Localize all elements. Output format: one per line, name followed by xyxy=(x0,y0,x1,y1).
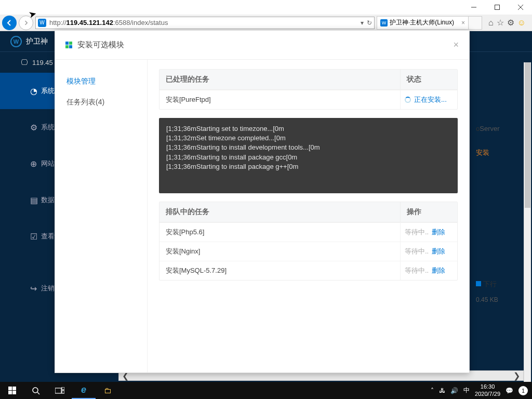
start-button[interactable] xyxy=(0,382,24,399)
dashboard-icon: ◔ xyxy=(30,86,37,96)
folder-icon: 🗀 xyxy=(104,386,112,395)
console-line: [1;31;36mStarting to install development… xyxy=(166,143,450,152)
svg-line-9 xyxy=(37,392,39,394)
svg-point-8 xyxy=(33,388,38,393)
nav-forward-button[interactable] xyxy=(19,16,33,30)
ime-indicator[interactable]: 中 xyxy=(463,386,470,395)
console-line: [1;31;36mStarting set to timezone...[0m xyxy=(166,124,450,134)
home-icon[interactable]: ⌂ xyxy=(488,18,494,28)
install-modules-modal: 安装可选模块 × 模块管理 任务列表(4) 已处理的任务 状态 安装[PureF… xyxy=(55,30,470,373)
monitor-icon: 🖵 xyxy=(21,58,28,66)
sidebar-item-system[interactable]: ◔系统 xyxy=(0,73,57,109)
svg-rect-10 xyxy=(55,388,61,393)
tab-favicon: W xyxy=(380,19,388,26)
queued-h2: 操作 xyxy=(400,202,457,222)
modal-title: 安装可选模块 xyxy=(65,40,124,50)
svg-rect-5 xyxy=(12,387,16,390)
tab-close-button[interactable]: × xyxy=(461,19,465,26)
tab-title: 护卫神·主机大师(Linux) xyxy=(390,18,454,27)
site-icon: W xyxy=(38,19,46,27)
processed-tasks-block: 已处理的任务 状态 安装[PureFtpd] 正在安装... xyxy=(159,69,458,110)
task-name: 安装[Php5.6] xyxy=(159,223,400,242)
page-scrollbar[interactable] xyxy=(524,62,531,399)
task-ops: 等待中.. 删除 xyxy=(400,261,457,280)
gear-icon: ⚙ xyxy=(30,123,37,132)
volume-icon[interactable]: 🔊 xyxy=(450,387,458,394)
modal-sidebar: 模块管理 任务列表(4) xyxy=(55,60,148,373)
svg-rect-7 xyxy=(12,391,16,394)
sidebar-item-logout[interactable]: ↪注销 xyxy=(0,270,57,307)
processed-h1: 已处理的任务 xyxy=(159,70,400,89)
network-icon[interactable]: 🖧 xyxy=(439,387,445,394)
address-bar[interactable]: W http://119.45.121.142:6588/index/statu… xyxy=(35,17,375,29)
system-tray: ˄ 🖧 🔊 中 16:30 2020/7/29 💬 1 xyxy=(431,383,532,397)
clock[interactable]: 16:30 2020/7/29 xyxy=(475,383,500,397)
browser-right-icons: ⌂ ☆ ⚙ ☺ xyxy=(484,18,530,28)
modal-body: 模块管理 任务列表(4) 已处理的任务 状态 安装[PureFtpd] 正在安装… xyxy=(55,60,469,373)
scroll-right-icon[interactable]: ❯ xyxy=(510,371,523,381)
install-label[interactable]: 安装 xyxy=(476,148,523,157)
ie-icon: e xyxy=(81,384,86,395)
taskbar-ie-button[interactable]: e xyxy=(72,382,96,399)
tray-up-icon[interactable]: ˄ xyxy=(431,387,434,394)
favorites-icon[interactable]: ☆ xyxy=(497,18,504,28)
task-name: 安装[MySQL-5.7.29] xyxy=(159,261,400,280)
svg-rect-4 xyxy=(8,387,12,390)
sidebar-item-sys2[interactable]: ⚙系统 xyxy=(0,109,57,145)
net-label: 下行 xyxy=(476,280,523,289)
queued-row: 安装[MySQL-5.7.29] 等待中.. 删除 xyxy=(159,261,457,280)
search-button[interactable] xyxy=(24,382,48,399)
bg-right-panel: oServer 安装 下行 0.45 KB xyxy=(476,125,523,303)
sidebar-item-view[interactable]: ☑查看 xyxy=(0,218,57,255)
taskview-button[interactable] xyxy=(48,382,72,399)
address-controls: ▾ ↻ xyxy=(361,19,372,26)
window-maximize[interactable] xyxy=(485,0,509,15)
queued-tasks-block: 排队中的任务 操作 安装[Php5.6] 等待中.. 删除 安装[Nginx] … xyxy=(159,202,458,281)
app-logo-icon: W xyxy=(10,36,22,47)
task-name: 安装[Nginx] xyxy=(159,242,400,261)
browser-tab[interactable]: W 护卫神·主机大师(Linux) × xyxy=(377,16,469,30)
refresh-icon[interactable]: ↻ xyxy=(367,19,372,26)
new-tab-button[interactable] xyxy=(469,16,482,30)
delete-button[interactable]: 删除 xyxy=(432,228,445,237)
queued-header: 排队中的任务 操作 xyxy=(159,202,457,222)
globe-icon: ⊕ xyxy=(30,159,37,169)
modal-nav-tasks[interactable]: 任务列表(4) xyxy=(55,92,147,113)
delete-button[interactable]: 删除 xyxy=(432,266,445,275)
task-ops: 等待中.. 删除 xyxy=(400,223,457,242)
task-name: 安装[PureFtpd] xyxy=(159,90,400,109)
logout-icon: ↪ xyxy=(30,284,37,294)
console-line: [1;31;36mStarting to install package g++… xyxy=(166,162,450,171)
task-status: 正在安装... xyxy=(400,90,457,109)
queued-row: 安装[Php5.6] 等待中.. 删除 xyxy=(159,222,457,242)
delete-button[interactable]: 删除 xyxy=(432,247,445,256)
queued-row: 安装[Nginx] 等待中.. 删除 xyxy=(159,242,457,261)
notifications-icon[interactable]: 💬 xyxy=(506,387,513,394)
console-line: [1;31;32mSet timezone completed...[0m xyxy=(166,134,450,143)
svg-rect-12 xyxy=(62,391,64,393)
settings-icon[interactable]: ⚙ xyxy=(507,18,514,28)
window-close[interactable] xyxy=(509,0,532,15)
smile-icon[interactable]: ☺ xyxy=(517,18,526,28)
scroll-thumb[interactable] xyxy=(525,62,530,208)
install-console: [1;31;36mStarting set to timezone...[0m … xyxy=(159,118,458,193)
task-ops: 等待中.. 删除 xyxy=(400,242,457,261)
sidebar-item-data[interactable]: ▤数据 xyxy=(0,182,57,218)
taskbar-explorer-button[interactable]: 🗀 xyxy=(96,382,119,399)
modal-title-text: 安装可选模块 xyxy=(77,40,124,50)
modal-close-button[interactable]: × xyxy=(453,39,459,50)
modal-nav-modules[interactable]: 模块管理 xyxy=(55,71,147,92)
dropdown-icon[interactable]: ▾ xyxy=(361,19,364,26)
window-minimize[interactable] xyxy=(462,0,485,15)
net-value: 0.45 KB xyxy=(476,296,523,303)
net-color-icon xyxy=(476,281,481,286)
modal-content: 已处理的任务 状态 安装[PureFtpd] 正在安装... [1;31;36m… xyxy=(148,60,469,373)
modal-header: 安装可选模块 × xyxy=(55,31,469,60)
app-sidebar: ◔系统 ⚙系统 ⊕网站 ▤数据 ☑查看 ↪注销 xyxy=(0,73,57,307)
server-label: oServer xyxy=(476,125,523,132)
sidebar-item-web[interactable]: ⊕网站 xyxy=(0,145,57,182)
queued-h1: 排队中的任务 xyxy=(159,202,400,222)
processed-row: 安装[PureFtpd] 正在安装... xyxy=(159,90,457,109)
svg-rect-6 xyxy=(8,391,12,394)
nav-back-button[interactable] xyxy=(2,16,17,30)
